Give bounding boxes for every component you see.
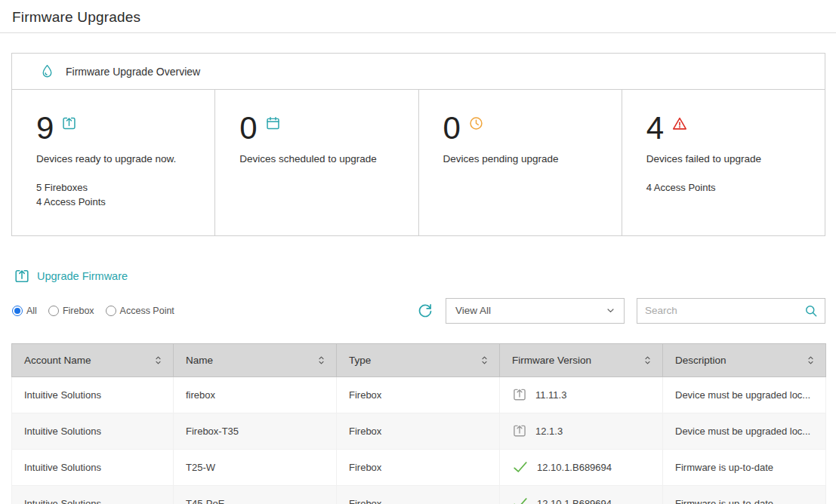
sort-icon[interactable] — [479, 354, 490, 367]
cell-account-name: Intuitive Solutions — [12, 449, 174, 485]
firmware-version-text: 12.10.1.B689694 — [537, 462, 612, 473]
radio-circle — [12, 306, 23, 316]
page-header: Firmware Upgrades — [0, 0, 836, 33]
stat-ready-to-upgrade: 9 Devices ready to upgrade now. 5 Firebo… — [12, 90, 215, 235]
radio-circle — [106, 306, 116, 316]
controls-row: All Firebox Access Point View All — [12, 298, 825, 324]
cell-description: Firmware is up-to-date — [663, 449, 826, 485]
stat-sub-access-points: 4 Access Points — [646, 181, 813, 195]
search-input[interactable] — [645, 305, 804, 316]
firmware-version-text: 12.10.1.B689694 — [537, 498, 612, 504]
column-label: Name — [186, 355, 213, 366]
calendar-icon — [265, 115, 281, 131]
cell-firmware-version: 11.11.3 — [500, 376, 663, 413]
cell-type: Firebox — [337, 413, 500, 449]
column-label: Firmware Version — [512, 355, 591, 366]
column-header-name[interactable]: Name — [174, 343, 337, 376]
stat-scheduled: 0 Devices scheduled to upgrade — [215, 90, 418, 235]
firmware-device-table: Account Name Name Type Firmware Version … — [11, 343, 826, 504]
upload-icon — [512, 387, 527, 402]
upgrade-firmware-button[interactable]: Upgrade Firmware — [14, 268, 824, 284]
stat-value: 0 — [443, 112, 461, 144]
overview-card-header: Firmware Upgrade Overview — [12, 54, 825, 90]
overview-card-title: Firmware Upgrade Overview — [66, 66, 200, 78]
clock-icon — [468, 115, 484, 131]
view-filter-dropdown[interactable]: View All — [446, 298, 625, 324]
cell-description: Firmware is up-to-date — [663, 485, 826, 504]
column-label: Description — [675, 355, 726, 366]
refresh-button[interactable] — [417, 303, 433, 319]
firmware-version-text: 11.11.3 — [535, 389, 566, 401]
search-icon[interactable] — [804, 303, 819, 318]
cell-type: Firebox — [337, 485, 500, 504]
cell-type: Firebox — [337, 449, 500, 485]
cell-account-name: Intuitive Solutions — [12, 413, 174, 449]
sort-icon[interactable] — [805, 354, 816, 367]
column-label: Type — [349, 355, 371, 366]
cell-device-name: T25-W — [174, 449, 337, 485]
stat-label: Devices failed to upgrade — [646, 153, 813, 164]
column-header-firmware-version[interactable]: Firmware Version — [500, 343, 663, 376]
upload-icon — [14, 268, 30, 284]
stat-label: Devices pending upgrade — [443, 153, 609, 164]
stat-label: Devices ready to upgrade now. — [36, 153, 202, 164]
chevron-down-icon — [605, 305, 616, 316]
radio-label: Firebox — [63, 306, 94, 316]
table-controls: View All — [417, 298, 825, 324]
radio-circle — [48, 306, 59, 316]
stat-value: 4 — [646, 112, 664, 144]
dropdown-selected-value: View All — [455, 305, 491, 316]
stat-sub-fireboxes: 5 Fireboxes — [36, 181, 202, 195]
sort-icon[interactable] — [153, 354, 164, 367]
sort-icon[interactable] — [642, 354, 653, 367]
upload-icon — [512, 423, 527, 438]
stat-breakdown: 5 Fireboxes 4 Access Points — [36, 181, 202, 210]
firmware-version-text: 12.1.3 — [535, 426, 563, 437]
stat-label: Devices scheduled to upgrade — [239, 153, 406, 164]
table-header-row: Account Name Name Type Firmware Version … — [12, 343, 826, 376]
table-row[interactable]: Intuitive Solutions Firebox-T35 Firebox … — [12, 413, 826, 449]
overview-stats: 9 Devices ready to upgrade now. 5 Firebo… — [12, 90, 825, 235]
radio-access-point[interactable]: Access Point — [106, 306, 174, 316]
cell-description: Device must be upgraded loc... — [663, 413, 826, 449]
table-row[interactable]: Intuitive Solutions T25-W Firebox 12.10.… — [12, 449, 826, 485]
cell-device-name: firebox — [174, 376, 337, 413]
radio-label: Access Point — [120, 306, 174, 316]
radio-firebox[interactable]: Firebox — [48, 306, 94, 316]
firmware-overview-card: Firmware Upgrade Overview 9 Devices read… — [11, 53, 825, 236]
column-header-description[interactable]: Description — [663, 343, 826, 376]
warning-triangle-icon — [671, 115, 688, 132]
sort-icon[interactable] — [316, 354, 327, 367]
refresh-icon — [417, 303, 433, 319]
check-icon — [512, 495, 529, 504]
upload-icon — [61, 115, 77, 131]
check-icon — [512, 459, 529, 475]
table-row[interactable]: Intuitive Solutions firebox Firebox 11.1… — [12, 376, 826, 413]
radio-all[interactable]: All — [12, 306, 37, 316]
upgrade-firmware-label: Upgrade Firmware — [37, 270, 128, 282]
cell-firmware-version: 12.10.1.B689694 — [500, 485, 663, 504]
cell-firmware-version: 12.1.3 — [500, 413, 663, 449]
drop-icon — [39, 63, 55, 79]
column-label: Account Name — [24, 355, 91, 366]
table-row[interactable]: Intuitive Solutions T45-PoE Firebox 12.1… — [12, 485, 826, 504]
cell-type: Firebox — [337, 376, 500, 413]
cell-description: Device must be upgraded loc... — [663, 376, 826, 413]
cell-firmware-version: 12.10.1.B689694 — [500, 449, 663, 485]
stat-sub-access-points: 4 Access Points — [36, 195, 202, 210]
cell-device-name: Firebox-T35 — [174, 413, 337, 449]
cell-device-name: T45-PoE — [174, 485, 337, 504]
column-header-type[interactable]: Type — [337, 343, 500, 376]
stat-value: 9 — [36, 112, 54, 144]
page-title: Firmware Upgrades — [12, 9, 824, 26]
stat-value: 0 — [239, 112, 257, 144]
column-header-account-name[interactable]: Account Name — [12, 343, 174, 376]
stat-breakdown: 4 Access Points — [646, 181, 813, 195]
radio-label: All — [26, 306, 37, 316]
cell-account-name: Intuitive Solutions — [12, 485, 174, 504]
device-type-radio-group: All Firebox Access Point — [12, 306, 174, 316]
stat-pending: 0 Devices pending upgrade — [419, 90, 622, 235]
search-box — [637, 298, 825, 324]
stat-failed: 4 Devices failed to upgrade 4 Access Poi… — [622, 90, 825, 235]
cell-account-name: Intuitive Solutions — [12, 376, 174, 413]
